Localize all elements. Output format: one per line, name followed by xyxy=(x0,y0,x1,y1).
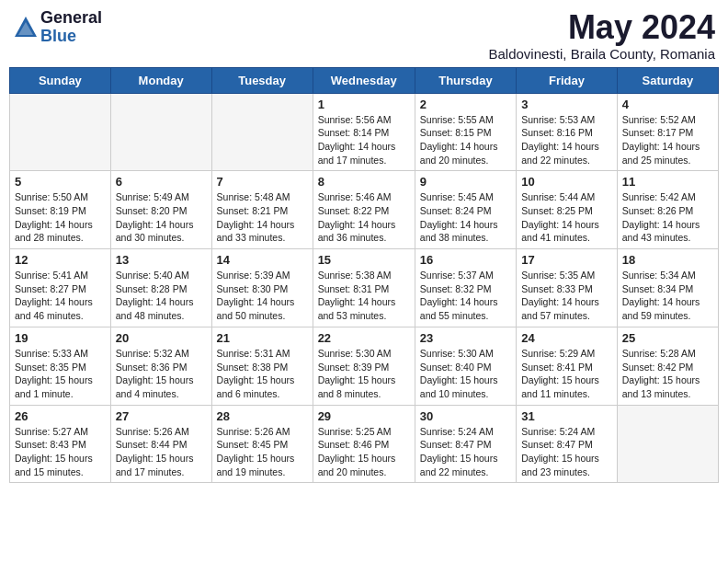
day-info: Sunrise: 5:38 AM Sunset: 8:31 PM Dayligh… xyxy=(318,269,410,323)
calendar-day-cell: 24Sunrise: 5:29 AM Sunset: 8:41 PM Dayli… xyxy=(517,327,618,405)
calendar-day-cell: 11Sunrise: 5:42 AM Sunset: 8:26 PM Dayli… xyxy=(617,171,718,249)
day-number: 25 xyxy=(622,331,713,345)
calendar-day-cell: 7Sunrise: 5:48 AM Sunset: 8:21 PM Daylig… xyxy=(211,171,313,249)
day-info: Sunrise: 5:40 AM Sunset: 8:28 PM Dayligh… xyxy=(116,269,207,323)
calendar-week-row: 12Sunrise: 5:41 AM Sunset: 8:27 PM Dayli… xyxy=(10,249,719,327)
calendar-day-cell: 30Sunrise: 5:24 AM Sunset: 8:47 PM Dayli… xyxy=(415,405,516,483)
day-header-row: SundayMondayTuesdayWednesdayThursdayFrid… xyxy=(10,67,719,93)
calendar-table: SundayMondayTuesdayWednesdayThursdayFrid… xyxy=(9,67,719,484)
day-number: 18 xyxy=(622,253,713,267)
calendar-header: SundayMondayTuesdayWednesdayThursdayFrid… xyxy=(10,67,719,93)
day-number: 1 xyxy=(318,98,410,111)
day-number: 9 xyxy=(420,175,511,189)
calendar-day-cell: 18Sunrise: 5:34 AM Sunset: 8:34 PM Dayli… xyxy=(617,249,718,327)
day-number: 2 xyxy=(420,98,511,111)
day-number: 17 xyxy=(521,253,612,267)
day-of-week-header: Sunday xyxy=(10,67,111,93)
day-number: 3 xyxy=(521,98,612,111)
day-of-week-header: Thursday xyxy=(415,67,516,93)
day-info: Sunrise: 5:25 AM Sunset: 8:46 PM Dayligh… xyxy=(318,425,410,479)
calendar-day-cell: 20Sunrise: 5:32 AM Sunset: 8:36 PM Dayli… xyxy=(110,327,211,405)
calendar-day-cell: 14Sunrise: 5:39 AM Sunset: 8:30 PM Dayli… xyxy=(211,249,313,327)
day-info: Sunrise: 5:31 AM Sunset: 8:38 PM Dayligh… xyxy=(217,347,308,401)
calendar-day-cell: 23Sunrise: 5:30 AM Sunset: 8:40 PM Dayli… xyxy=(415,327,516,405)
calendar-day-cell: 22Sunrise: 5:30 AM Sunset: 8:39 PM Dayli… xyxy=(313,327,415,405)
calendar-day-cell: 27Sunrise: 5:26 AM Sunset: 8:44 PM Dayli… xyxy=(110,405,211,483)
day-number: 4 xyxy=(622,98,713,111)
day-number: 19 xyxy=(15,331,106,345)
day-number: 23 xyxy=(420,331,511,345)
day-info: Sunrise: 5:50 AM Sunset: 8:19 PM Dayligh… xyxy=(15,190,106,245)
day-info: Sunrise: 5:52 AM Sunset: 8:17 PM Dayligh… xyxy=(622,113,713,167)
calendar-day-cell: 10Sunrise: 5:44 AM Sunset: 8:25 PM Dayli… xyxy=(517,171,618,249)
day-info: Sunrise: 5:46 AM Sunset: 8:22 PM Dayligh… xyxy=(318,190,410,245)
logo-text: General Blue xyxy=(40,9,102,46)
day-info: Sunrise: 5:28 AM Sunset: 8:42 PM Dayligh… xyxy=(622,347,713,401)
calendar-day-cell: 31Sunrise: 5:24 AM Sunset: 8:47 PM Dayli… xyxy=(517,405,618,483)
day-info: Sunrise: 5:44 AM Sunset: 8:25 PM Dayligh… xyxy=(521,190,612,245)
calendar-day-cell: 8Sunrise: 5:46 AM Sunset: 8:22 PM Daylig… xyxy=(313,171,415,249)
logo-general-text: General xyxy=(40,9,102,28)
calendar-day-cell: 9Sunrise: 5:45 AM Sunset: 8:24 PM Daylig… xyxy=(415,171,516,249)
day-number: 27 xyxy=(116,409,207,423)
day-number: 10 xyxy=(521,175,612,189)
calendar-day-cell: 5Sunrise: 5:50 AM Sunset: 8:19 PM Daylig… xyxy=(10,171,111,249)
day-of-week-header: Wednesday xyxy=(313,67,415,93)
calendar-day-cell xyxy=(10,93,111,171)
day-number: 11 xyxy=(622,175,713,189)
day-number: 16 xyxy=(420,253,511,267)
day-info: Sunrise: 5:33 AM Sunset: 8:35 PM Dayligh… xyxy=(15,347,106,401)
calendar-day-cell: 2Sunrise: 5:55 AM Sunset: 8:15 PM Daylig… xyxy=(415,93,516,171)
day-of-week-header: Tuesday xyxy=(211,67,313,93)
day-number: 26 xyxy=(15,409,106,423)
calendar-day-cell: 26Sunrise: 5:27 AM Sunset: 8:43 PM Dayli… xyxy=(10,405,111,483)
day-number: 20 xyxy=(116,331,207,345)
day-info: Sunrise: 5:41 AM Sunset: 8:27 PM Dayligh… xyxy=(15,269,106,323)
day-of-week-header: Monday xyxy=(110,67,211,93)
day-of-week-header: Friday xyxy=(517,67,618,93)
day-number: 29 xyxy=(318,409,410,423)
month-title: May 2024 xyxy=(488,9,715,46)
location-text: Baldovinesti, Braila County, Romania xyxy=(488,46,715,62)
day-info: Sunrise: 5:30 AM Sunset: 8:40 PM Dayligh… xyxy=(420,347,511,401)
calendar-day-cell: 4Sunrise: 5:52 AM Sunset: 8:17 PM Daylig… xyxy=(617,93,718,171)
calendar-day-cell xyxy=(211,93,313,171)
calendar-day-cell: 6Sunrise: 5:49 AM Sunset: 8:20 PM Daylig… xyxy=(110,171,211,249)
calendar-week-row: 19Sunrise: 5:33 AM Sunset: 8:35 PM Dayli… xyxy=(10,327,719,405)
calendar-day-cell: 3Sunrise: 5:53 AM Sunset: 8:16 PM Daylig… xyxy=(517,93,618,171)
day-info: Sunrise: 5:55 AM Sunset: 8:15 PM Dayligh… xyxy=(420,113,511,167)
day-info: Sunrise: 5:30 AM Sunset: 8:39 PM Dayligh… xyxy=(318,347,410,401)
calendar-day-cell: 21Sunrise: 5:31 AM Sunset: 8:38 PM Dayli… xyxy=(211,327,313,405)
day-info: Sunrise: 5:26 AM Sunset: 8:45 PM Dayligh… xyxy=(217,425,308,479)
calendar-day-cell: 25Sunrise: 5:28 AM Sunset: 8:42 PM Dayli… xyxy=(617,327,718,405)
calendar-day-cell: 17Sunrise: 5:35 AM Sunset: 8:33 PM Dayli… xyxy=(517,249,618,327)
day-number: 12 xyxy=(15,253,106,267)
calendar-day-cell: 19Sunrise: 5:33 AM Sunset: 8:35 PM Dayli… xyxy=(10,327,111,405)
day-info: Sunrise: 5:32 AM Sunset: 8:36 PM Dayligh… xyxy=(116,347,207,401)
day-info: Sunrise: 5:49 AM Sunset: 8:20 PM Dayligh… xyxy=(116,190,207,245)
calendar-body: 1Sunrise: 5:56 AM Sunset: 8:14 PM Daylig… xyxy=(10,93,719,483)
calendar-week-row: 5Sunrise: 5:50 AM Sunset: 8:19 PM Daylig… xyxy=(10,171,719,249)
day-number: 6 xyxy=(116,175,207,189)
calendar-week-row: 1Sunrise: 5:56 AM Sunset: 8:14 PM Daylig… xyxy=(10,93,719,171)
day-info: Sunrise: 5:24 AM Sunset: 8:47 PM Dayligh… xyxy=(420,425,511,479)
page-header: General Blue May 2024 Baldovinesti, Brai… xyxy=(9,9,719,62)
calendar-day-cell: 1Sunrise: 5:56 AM Sunset: 8:14 PM Daylig… xyxy=(313,93,415,171)
day-number: 30 xyxy=(420,409,511,423)
day-of-week-header: Saturday xyxy=(617,67,718,93)
day-info: Sunrise: 5:35 AM Sunset: 8:33 PM Dayligh… xyxy=(521,269,612,323)
day-info: Sunrise: 5:29 AM Sunset: 8:41 PM Dayligh… xyxy=(521,347,612,401)
calendar-day-cell: 28Sunrise: 5:26 AM Sunset: 8:45 PM Dayli… xyxy=(211,405,313,483)
day-number: 31 xyxy=(521,409,612,423)
day-info: Sunrise: 5:34 AM Sunset: 8:34 PM Dayligh… xyxy=(622,269,713,323)
calendar-day-cell xyxy=(617,405,718,483)
day-number: 21 xyxy=(217,331,308,345)
day-number: 24 xyxy=(521,331,612,345)
calendar-week-row: 26Sunrise: 5:27 AM Sunset: 8:43 PM Dayli… xyxy=(10,405,719,483)
day-info: Sunrise: 5:24 AM Sunset: 8:47 PM Dayligh… xyxy=(521,425,612,479)
day-info: Sunrise: 5:48 AM Sunset: 8:21 PM Dayligh… xyxy=(217,190,308,245)
day-info: Sunrise: 5:45 AM Sunset: 8:24 PM Dayligh… xyxy=(420,190,511,245)
logo-icon xyxy=(13,15,39,40)
logo: General Blue xyxy=(13,9,102,46)
day-info: Sunrise: 5:42 AM Sunset: 8:26 PM Dayligh… xyxy=(622,190,713,245)
